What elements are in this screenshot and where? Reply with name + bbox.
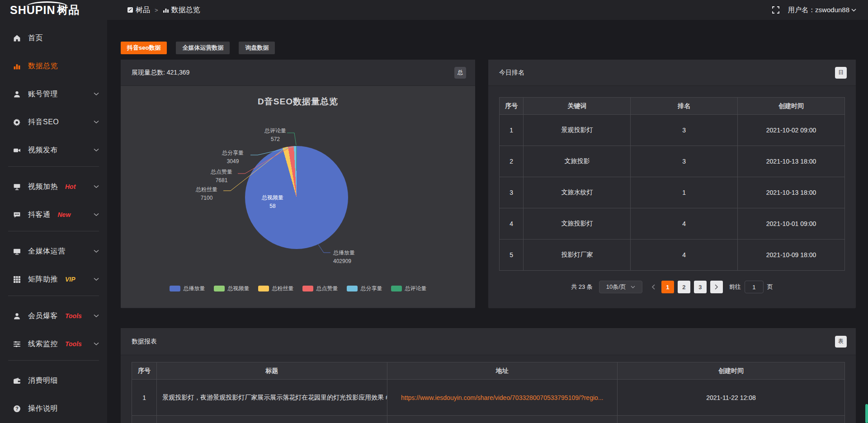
report-badge[interactable]: 表 xyxy=(835,336,847,348)
tab-media-operation[interactable]: 全媒体运营数据 xyxy=(176,42,230,54)
legend-swatch xyxy=(347,286,358,291)
gear-icon xyxy=(13,118,21,126)
page-scrollbar-thumb[interactable] xyxy=(865,404,868,423)
breadcrumb-label: 树品 xyxy=(136,5,150,15)
ranking-table: 序号 关键词 排名 创建时间 1 景观投影灯 3 2021-10 xyxy=(499,97,845,271)
column-header: 关键词 xyxy=(524,98,631,115)
page-button-3[interactable]: 3 xyxy=(694,281,707,293)
sidebar-item-douyin-seo[interactable]: 抖音SEO xyxy=(0,110,107,134)
sidebar-item-label: 会员爆客 xyxy=(28,311,58,321)
legend-swatch xyxy=(170,286,180,291)
chevron-down-icon xyxy=(94,277,99,281)
logo[interactable]: SHUPIN 树品 xyxy=(0,0,107,20)
report-title: 数据报表 xyxy=(132,338,157,346)
page-button-1[interactable]: 1 xyxy=(661,281,674,293)
tools-badge: Tools xyxy=(65,340,82,348)
legend-item[interactable]: 总评论量 xyxy=(391,285,427,292)
legend-item[interactable]: 总视频量 xyxy=(214,285,250,292)
table-row[interactable]: 3 文旅水纹灯 1 2021-10-13 18:00 xyxy=(500,177,845,208)
chevron-down-icon xyxy=(94,213,99,216)
sidebar-divider xyxy=(8,360,99,361)
legend-swatch xyxy=(391,286,402,291)
sidebar-item-consumption[interactable]: 消费明细 xyxy=(0,369,107,392)
sidebar-item-label: 矩阵助推 xyxy=(28,275,58,284)
sidebar-divider xyxy=(8,166,99,167)
pie-label-videos: 总视频量58 xyxy=(257,193,288,211)
sidebar-item-matrix-boost[interactable]: 矩阵助推 VIP xyxy=(0,268,107,291)
page-button-2[interactable]: 2 xyxy=(678,281,690,293)
sidebar-item-label: 首页 xyxy=(28,33,43,43)
chevron-down-icon xyxy=(94,314,99,318)
sidebar-item-member[interactable]: 会员爆客 Tools xyxy=(0,304,107,328)
user-menu[interactable]: 用户名：zswodun88 xyxy=(788,6,856,14)
sidebar-item-media-operation[interactable]: 全媒体运营 xyxy=(0,240,107,263)
legend-swatch xyxy=(302,286,313,291)
sidebar-item-video-publish[interactable]: 视频发布 xyxy=(0,138,107,162)
report-table: 序号 标题 地址 创建时间 1 景观投影灯，夜游景观投影灯厂家展示展示落花灯在花… xyxy=(132,362,845,423)
sidebar-item-clue-monitor[interactable]: 线索监控 Tools xyxy=(0,332,107,356)
table-row[interactable]: 5 投影灯厂家 4 2021-10-09 18:00 xyxy=(500,240,845,271)
ranking-title: 今日排名 xyxy=(499,69,524,77)
legend-item[interactable]: 总播放量 xyxy=(170,285,205,292)
table-row[interactable]: 1 景观投影灯，夜游景观投影灯厂家展示展示落花灯在花园里的灯光投影应用效果 # … xyxy=(132,380,845,416)
breadcrumb-item-current[interactable]: 数据总览 xyxy=(163,5,200,15)
sidebar-item-account[interactable]: 账号管理 xyxy=(0,82,107,106)
column-header: 序号 xyxy=(132,362,157,380)
legend-item[interactable]: 总点赞量 xyxy=(302,285,338,292)
tab-douyin-seo[interactable]: 抖音seo数据 xyxy=(121,42,167,54)
pie-label-likes: 总点赞量7681 xyxy=(206,168,237,185)
prev-page-button[interactable] xyxy=(649,284,658,290)
sidebar-item-label: 抖客通 xyxy=(28,210,51,220)
question-circle-icon: ? xyxy=(13,404,21,413)
sidebar-item-label: 账号管理 xyxy=(28,89,58,99)
next-page-button[interactable] xyxy=(710,281,723,293)
sidebar-item-douketong[interactable]: 抖客通 New xyxy=(0,203,107,226)
table-row[interactable]: 4 文旅投影灯 4 2021-10-01 09:00 xyxy=(500,208,845,240)
sidebar-divider xyxy=(8,231,99,231)
legend-item[interactable]: 总分享量 xyxy=(347,285,382,292)
sidebar-item-label: 视频加热 xyxy=(28,182,58,192)
goto-page-input[interactable] xyxy=(745,281,764,293)
pie-label-fans: 总粉丝量7100 xyxy=(191,185,222,202)
top-bar: SHUPIN 树品 树品 > 数据总览 用户名：zswodun88 xyxy=(0,0,868,20)
pagination-total: 共 23 条 xyxy=(571,283,593,291)
goto-suffix: 页 xyxy=(767,283,773,291)
video-link[interactable]: https://www.iesdouyin.com/share/video/70… xyxy=(387,380,617,416)
column-header: 地址 xyxy=(387,362,617,380)
legend-item[interactable]: 总粉丝量 xyxy=(258,285,294,292)
fullscreen-icon[interactable] xyxy=(772,6,780,14)
pie-chart: D音SEO数据量总览 总评论量572 总分享量3049 xyxy=(121,86,475,308)
sidebar-item-label: 视频发布 xyxy=(28,146,58,155)
app-icon xyxy=(127,7,133,13)
new-badge: New xyxy=(58,211,71,218)
bar-chart-icon xyxy=(163,7,169,13)
legend-swatch xyxy=(258,286,269,291)
sidebar-item-home[interactable]: 首页 xyxy=(0,26,107,50)
table-row[interactable]: 1 景观投影灯 3 2021-10-02 09:00 xyxy=(500,115,845,146)
column-header: 序号 xyxy=(500,98,524,115)
bar-chart-icon xyxy=(13,62,21,70)
tab-inquiry[interactable]: 询盘数据 xyxy=(239,42,275,54)
sidebar-item-video-heat[interactable]: 视频加热 Hot xyxy=(0,175,107,198)
overview-badge[interactable]: 总 xyxy=(454,67,466,79)
sidebar-item-instructions[interactable]: ? 操作说明 xyxy=(0,397,107,420)
ranking-badge[interactable]: 日 xyxy=(835,67,847,79)
table-row[interactable]: 2 文旅投影 3 2021-10-13 18:00 xyxy=(500,146,845,177)
chevron-down-icon xyxy=(631,286,635,288)
overview-panel: 展现量总数: 421,369 总 D音SEO数据量总览 总评论量572 xyxy=(121,60,475,308)
sidebar-item-label: 消费明细 xyxy=(28,376,58,385)
breadcrumb-item-home[interactable]: 树品 xyxy=(127,5,150,15)
column-header: 创建时间 xyxy=(738,98,845,115)
user-icon xyxy=(13,312,21,320)
chevron-down-icon xyxy=(94,148,99,152)
screen-icon xyxy=(13,183,21,191)
table-row xyxy=(132,416,845,423)
video-title: 景观投影灯，夜游景观投影灯厂家展示展示落花灯在花园里的灯光投影应用效果 # xyxy=(157,380,387,416)
wallet-icon xyxy=(13,376,21,385)
pie-label-comments: 总评论量572 xyxy=(259,127,291,144)
sidebar-item-data-overview[interactable]: 数据总览 xyxy=(0,54,107,78)
page-size-select[interactable]: 10条/页 xyxy=(599,281,642,293)
chevron-down-icon xyxy=(94,342,99,346)
breadcrumb-label: 数据总览 xyxy=(171,5,200,15)
tools-badge: Tools xyxy=(65,312,82,320)
